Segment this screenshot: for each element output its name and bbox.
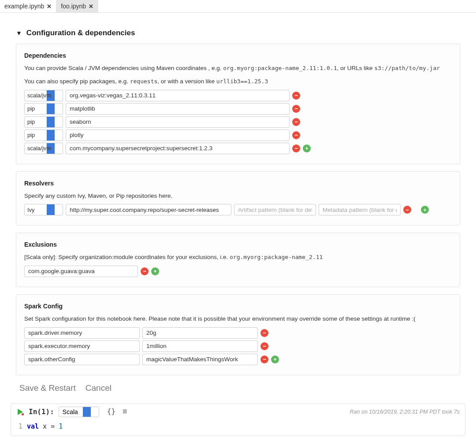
dependency-value-input[interactable] [66,116,290,128]
add-icon[interactable]: + [151,267,159,275]
dependencies-desc: You can provide Scala / JVM dependencies… [24,63,452,73]
dependency-type-select[interactable]: pip [24,130,63,141]
resolvers-desc: Specify any custom Ivy, Maven, or Pip re… [24,191,452,201]
tab-label: foo.ipynb [61,3,86,10]
exclusion-input[interactable] [24,266,138,277]
tab-bar: example.ipynb ✕ foo.ipynb ✕ [0,0,476,13]
dependencies-title: Dependencies [24,52,452,59]
tab-label: example.ipynb [4,3,44,10]
action-bar: Save & Restart Cancel [19,382,460,394]
tab-example[interactable]: example.ipynb ✕ [0,0,56,12]
resolver-type-select[interactable]: Ivy [24,204,63,215]
remove-icon[interactable]: − [292,118,300,126]
code-cell: In(1): Scala {} ≡ Ran on 10/16/2019, 2:2… [11,404,465,436]
dependency-type-select[interactable]: pip [24,116,63,128]
spark-title: Spark Config [24,303,452,310]
resolver-metadata-input[interactable] [319,204,401,215]
dependency-row: scala/jvm − + [24,143,452,154]
svg-rect-1 [22,413,24,415]
resolver-url-input[interactable] [66,204,231,215]
chevron-down-icon: ▼ [16,30,22,37]
remove-icon[interactable]: − [141,267,149,275]
close-icon[interactable]: ✕ [89,3,93,10]
spark-row: − [24,327,452,339]
spark-panel: Spark Config Set Spark configuration for… [16,294,460,375]
exclusion-row: − + [24,266,452,277]
cell-prompt: In(1): [29,407,54,416]
resolver-row: Ivy − + [24,204,452,215]
remove-icon[interactable]: − [260,342,268,350]
dependency-row: pip − [24,103,452,115]
remove-icon[interactable]: − [292,92,300,100]
cell-language-select[interactable]: Scala [59,407,99,417]
dependency-row: pip − [24,130,452,141]
dependency-value-input[interactable] [66,103,290,115]
line-number: 1 [16,422,27,430]
spark-key-input[interactable] [24,354,140,365]
menu-icon[interactable]: ≡ [123,407,127,416]
dependencies-desc2: You can also specify pip packages, e.g. … [24,77,452,86]
dependency-value-input[interactable] [66,130,290,141]
spark-value-input[interactable] [142,354,258,365]
spark-row: − + [24,354,452,365]
tab-foo[interactable]: foo.ipynb ✕ [56,0,98,12]
cancel-button[interactable]: Cancel [86,382,112,394]
remove-icon[interactable]: − [403,206,411,214]
spark-key-input[interactable] [24,327,140,339]
dependency-row: pip − [24,116,452,128]
spark-key-input[interactable] [24,341,140,352]
code-line: val x = 1 [27,422,63,430]
dependency-type-select[interactable]: scala/jvm [24,143,63,154]
cell-run-info: Ran on 10/16/2019, 2:20:31 PM PDT took 7… [350,409,460,415]
remove-icon[interactable]: − [260,355,268,363]
dependency-row: scala/jvm − [24,90,452,101]
dependency-value-input[interactable] [66,90,290,101]
remove-icon[interactable]: − [292,105,300,113]
section-title: Configuration & dependencies [26,29,135,37]
exclusions-title: Exclusions [24,241,452,248]
braces-icon[interactable]: {} [107,407,115,416]
dependency-value-input[interactable] [66,143,290,154]
remove-icon[interactable]: − [292,131,300,139]
config-section-toggle[interactable]: ▼ Configuration & dependencies [16,29,460,37]
cell-toolbar: In(1): Scala {} ≡ Ran on 10/16/2019, 2:2… [11,404,465,420]
remove-icon[interactable]: − [292,144,300,152]
exclusions-desc: [Scala only]: Specify organization:modul… [24,252,452,262]
dependency-type-select[interactable]: scala/jvm [24,90,63,101]
dependencies-panel: Dependencies You can provide Scala / JVM… [16,44,460,164]
save-restart-button[interactable]: Save & Restart [19,382,76,394]
add-icon[interactable]: + [271,355,279,363]
dependency-type-select[interactable]: pip [24,103,63,115]
code-editor[interactable]: 1 val x = 1 [11,420,465,436]
resolvers-panel: Resolvers Specify any custom Ivy, Maven,… [16,171,460,226]
resolver-artifact-input[interactable] [234,204,316,215]
resolvers-title: Resolvers [24,180,452,187]
spark-value-input[interactable] [142,341,258,352]
run-icon[interactable] [16,408,24,416]
remove-icon[interactable]: − [260,329,268,337]
spark-desc: Set Spark configuration for this noteboo… [24,314,452,324]
add-icon[interactable]: + [421,206,429,214]
spark-value-input[interactable] [142,327,258,339]
exclusions-panel: Exclusions [Scala only]: Specify organiz… [16,233,460,287]
spark-row: − [24,341,452,352]
add-icon[interactable]: + [303,144,311,152]
close-icon[interactable]: ✕ [47,3,52,10]
